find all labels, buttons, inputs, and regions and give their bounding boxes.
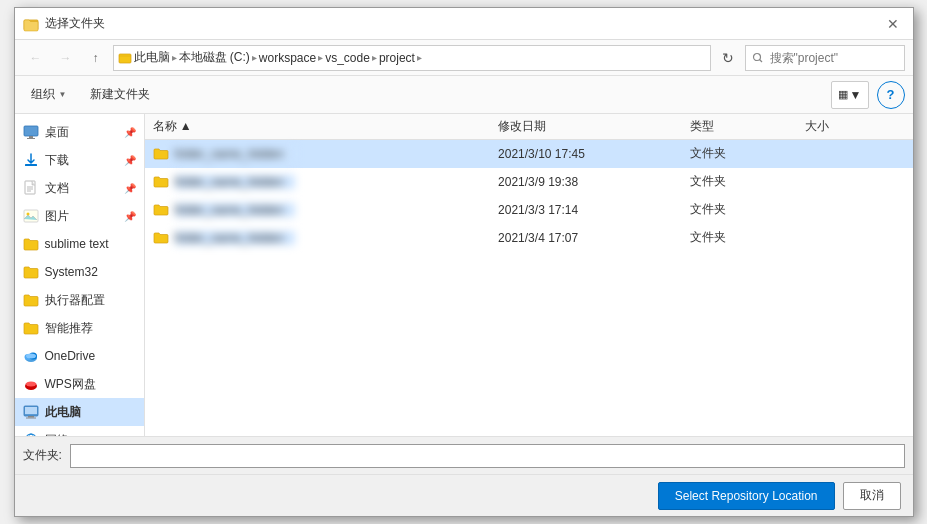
- folder-icon-smart: [23, 320, 39, 336]
- folder-icon-executor: [23, 292, 39, 308]
- documents-icon: [23, 180, 39, 196]
- address-bar: ← → ↑ 此电脑 ▸ 本地磁盘 (C:) ▸ workspace ▸ vs_c…: [15, 40, 913, 76]
- pin-icon-documents: 📌: [124, 183, 136, 194]
- new-folder-button[interactable]: 新建文件夹: [82, 81, 158, 109]
- thispc-icon: [23, 404, 39, 420]
- sidebar-label-thispc: 此电脑: [45, 404, 136, 421]
- breadcrumb-bar[interactable]: 此电脑 ▸ 本地磁盘 (C:) ▸ workspace ▸ vs_code ▸ …: [113, 45, 711, 71]
- svg-rect-1: [119, 54, 131, 63]
- file-type: 文件夹: [682, 140, 797, 168]
- file-size: [797, 196, 912, 224]
- folder-icon-system32: [23, 264, 39, 280]
- svg-rect-20: [26, 418, 36, 419]
- sidebar-label-pictures: 图片: [45, 208, 118, 225]
- file-table: 名称 ▲ 修改日期 类型 大小 folder_name_hi: [145, 114, 913, 252]
- file-name: folder_name_hidden: [175, 175, 295, 189]
- svg-rect-3: [29, 136, 33, 138]
- breadcrumb-item-5[interactable]: project ▸: [379, 51, 422, 65]
- table-row[interactable]: folder_name_hidden2021/3/4 17:07文件夹: [145, 224, 913, 252]
- organize-button[interactable]: 组织 ▼: [23, 81, 75, 109]
- svg-rect-5: [25, 164, 37, 166]
- sidebar: 桌面 📌 下载 📌 文: [15, 114, 145, 436]
- folder-icon: [153, 146, 169, 162]
- sidebar-item-pictures[interactable]: 图片 📌: [15, 202, 144, 230]
- folder-icon-sublime: [23, 236, 39, 252]
- select-repository-button[interactable]: Select Repository Location: [658, 482, 835, 510]
- col-header-name[interactable]: 名称 ▲: [145, 114, 491, 140]
- bottom-bar: 文件夹:: [15, 436, 913, 474]
- file-date: 2021/3/3 17:14: [490, 196, 682, 224]
- back-button[interactable]: ←: [23, 45, 49, 71]
- sidebar-item-desktop[interactable]: 桌面 📌: [15, 118, 144, 146]
- breadcrumb-folder-icon: [118, 51, 132, 65]
- file-size: [797, 168, 912, 196]
- sidebar-item-system32[interactable]: System32: [15, 258, 144, 286]
- up-button[interactable]: ↑: [83, 45, 109, 71]
- sidebar-label-system32: System32: [45, 265, 136, 279]
- col-header-size: 大小: [797, 114, 912, 140]
- view-button[interactable]: ▦ ▼: [831, 81, 869, 109]
- breadcrumb-item-1[interactable]: 此电脑 ▸: [134, 49, 177, 66]
- file-type: 文件夹: [682, 196, 797, 224]
- file-size: [797, 224, 912, 252]
- sidebar-item-thispc[interactable]: 此电脑: [15, 398, 144, 426]
- svg-rect-19: [28, 416, 34, 418]
- sidebar-label-sublime: sublime text: [45, 237, 136, 251]
- folder-label: 文件夹:: [23, 447, 62, 464]
- sidebar-item-sublime[interactable]: sublime text: [15, 230, 144, 258]
- sidebar-label-documents: 文档: [45, 180, 118, 197]
- svg-rect-4: [27, 138, 35, 139]
- file-size: [797, 140, 912, 168]
- title-folder-icon: [23, 16, 39, 32]
- onedrive-icon: [23, 348, 39, 364]
- help-button[interactable]: ?: [877, 81, 905, 109]
- sidebar-item-wps[interactable]: WPS网盘: [15, 370, 144, 398]
- sidebar-item-executor[interactable]: 执行器配置: [15, 286, 144, 314]
- wps-icon: [23, 376, 39, 392]
- sidebar-item-smart[interactable]: 智能推荐: [15, 314, 144, 342]
- sidebar-item-onedrive[interactable]: OneDrive: [15, 342, 144, 370]
- cancel-button[interactable]: 取消: [843, 482, 901, 510]
- file-type: 文件夹: [682, 224, 797, 252]
- refresh-button[interactable]: ↻: [715, 45, 741, 71]
- file-date: 2021/3/9 19:38: [490, 168, 682, 196]
- file-date: 2021/3/4 17:07: [490, 224, 682, 252]
- file-dialog: 选择文件夹 ✕ ← → ↑ 此电脑 ▸ 本地磁盘 (C:) ▸ workspac…: [14, 7, 914, 517]
- pin-icon-desktop: 📌: [124, 127, 136, 138]
- downloads-icon: [23, 152, 39, 168]
- pin-icon-pictures: 📌: [124, 211, 136, 222]
- svg-rect-6: [25, 181, 35, 194]
- svg-point-17: [26, 382, 36, 387]
- file-name: folder_name_hidden: [175, 231, 295, 245]
- sidebar-label-smart: 智能推荐: [45, 320, 136, 337]
- table-row[interactable]: folder_name_hidden2021/3/3 17:14文件夹: [145, 196, 913, 224]
- breadcrumb-item-4[interactable]: vs_code ▸: [325, 51, 377, 65]
- sidebar-label-desktop: 桌面: [45, 124, 118, 141]
- desktop-icon: [23, 124, 39, 140]
- sidebar-item-documents[interactable]: 文档 📌: [15, 174, 144, 202]
- col-header-type: 类型: [682, 114, 797, 140]
- table-row[interactable]: folder_name_hidden2021/3/10 17:45文件夹: [145, 140, 913, 168]
- sidebar-item-downloads[interactable]: 下载 📌: [15, 146, 144, 174]
- main-content: 桌面 📌 下载 📌 文: [15, 114, 913, 436]
- svg-rect-10: [24, 210, 38, 222]
- col-header-date[interactable]: 修改日期: [490, 114, 682, 140]
- folder-icon: [153, 202, 169, 218]
- dialog-title: 选择文件夹: [45, 15, 105, 32]
- file-type: 文件夹: [682, 168, 797, 196]
- sidebar-item-network[interactable]: 网络: [15, 426, 144, 436]
- folder-input[interactable]: [70, 444, 905, 468]
- file-date: 2021/3/10 17:45: [490, 140, 682, 168]
- breadcrumb-item-3[interactable]: workspace ▸: [259, 51, 323, 65]
- search-input[interactable]: [745, 45, 905, 71]
- sidebar-label-executor: 执行器配置: [45, 292, 136, 309]
- forward-button[interactable]: →: [53, 45, 79, 71]
- file-name: folder_name_hidden: [175, 203, 295, 217]
- pictures-icon: [23, 208, 39, 224]
- close-button[interactable]: ✕: [881, 12, 905, 36]
- title-bar-left: 选择文件夹: [23, 15, 105, 32]
- breadcrumb-item-2[interactable]: 本地磁盘 (C:) ▸: [179, 49, 257, 66]
- file-area: 名称 ▲ 修改日期 类型 大小 folder_name_hi: [145, 114, 913, 436]
- table-row[interactable]: folder_name_hidden2021/3/9 19:38文件夹: [145, 168, 913, 196]
- action-bar: 组织 ▼ 新建文件夹 ▦ ▼ ?: [15, 76, 913, 114]
